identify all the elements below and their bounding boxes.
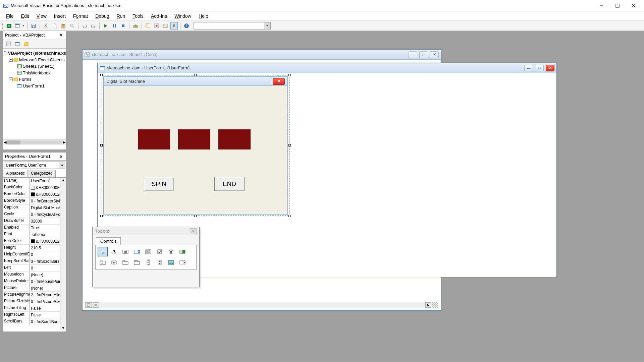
end-button[interactable]: END [214, 177, 245, 191]
property-row[interactable]: CaptionDigital Slot Machine [3, 204, 66, 211]
property-row[interactable]: DrawBuffer32000 [3, 218, 66, 225]
select-objects-tool-icon[interactable] [98, 247, 108, 256]
userform[interactable]: Digital Slot Machine ✕ SPIN END [103, 76, 288, 215]
menu-file[interactable]: File [3, 13, 17, 19]
slot-reel-3[interactable] [218, 129, 251, 149]
form-window-titlebar[interactable]: slotmachine.xlsm - UserForm1 (UserForm) … [98, 63, 556, 73]
textbox-tool-icon[interactable]: ab [120, 247, 130, 256]
save-icon[interactable] [30, 22, 37, 29]
property-row[interactable]: EnabledTrue [3, 225, 66, 231]
tree-project-root[interactable]: VBAProject (slotmachine.xlsm) [8, 50, 66, 57]
property-row[interactable]: HelpContextID0 [3, 251, 66, 258]
property-row[interactable]: (Name)UserForm1 [3, 178, 66, 184]
code-window-hscroll[interactable]: ▶ [85, 302, 438, 308]
toolbox-window[interactable]: Toolbox × Controls A ab xy ab [92, 227, 200, 287]
tree-userform1[interactable]: UserForm1 [23, 83, 45, 89]
dropdown-arrow-icon[interactable]: ▼ [22, 24, 25, 27]
optionbutton-tool-icon[interactable] [166, 247, 176, 256]
window-close-button[interactable] [626, 1, 641, 11]
menu-addins[interactable]: Add-Ins [148, 13, 170, 19]
properties-tab-alphabetic[interactable]: Alphabetic [3, 170, 28, 177]
tabstrip-tool-icon[interactable] [120, 258, 130, 267]
toolbox-icon[interactable] [170, 22, 178, 29]
properties-window-icon[interactable] [153, 22, 160, 29]
property-row[interactable]: Cycle0 - fmCycleAllForms [3, 211, 66, 218]
project-explorer-icon[interactable] [144, 22, 152, 29]
window-minimize-button[interactable] [594, 1, 609, 11]
property-row[interactable]: BackColor&H8000000F&▾ [3, 184, 66, 191]
frame-tool-icon[interactable]: xy [98, 258, 108, 267]
insert-userform-icon[interactable] [14, 22, 21, 29]
menu-view[interactable]: View [33, 13, 50, 19]
run-icon[interactable] [102, 22, 109, 29]
tree-excel-objects[interactable]: Microsoft Excel Objects [19, 57, 65, 63]
paste-icon[interactable] [60, 22, 67, 29]
slot-reel-1[interactable] [138, 129, 170, 149]
view-excel-icon[interactable]: X [5, 22, 13, 29]
menu-edit[interactable]: Edit [18, 13, 33, 19]
properties-grid[interactable]: ▲▼ (Name)UserForm1BackColor&H8000000F&▾B… [3, 177, 66, 330]
menu-window[interactable]: Window [171, 13, 195, 19]
find-icon[interactable] [68, 22, 76, 29]
properties-panel-close-icon[interactable]: × [58, 154, 64, 159]
project-hscroll[interactable]: ◀▶ [3, 139, 66, 145]
multipage-tool-icon[interactable] [132, 258, 142, 267]
code-window-maximize[interactable]: □ [419, 51, 428, 58]
tree-thisworkbook[interactable]: ThisWorkbook [23, 70, 51, 76]
undo-icon[interactable] [81, 22, 88, 29]
form-window-close[interactable]: ✕ [546, 65, 554, 71]
property-row[interactable]: PictureAlignment2 - fmPictureAlignmentCe… [3, 292, 66, 298]
menu-debug[interactable]: Debug [92, 13, 112, 19]
toolbox-titlebar[interactable]: Toolbox × [93, 227, 199, 235]
designer-surface[interactable]: Digital Slot Machine ✕ SPIN END [102, 75, 289, 216]
toggle-folders-icon[interactable] [22, 40, 30, 48]
property-row[interactable]: ScrollBars0 - fmScrollBarsNone [3, 318, 66, 325]
property-row[interactable]: Height210.5 [3, 245, 66, 251]
toolbox-close-icon[interactable]: × [190, 228, 197, 234]
userform-client[interactable]: SPIN END [104, 86, 287, 213]
properties-object-selector[interactable]: UserForm1 UserForm ▾ [4, 162, 65, 169]
property-row[interactable]: PictureSizeMode0 - fmPictureSizeModeClip [3, 298, 66, 305]
property-row[interactable]: Picture(None) [3, 285, 66, 292]
toolbar-grip[interactable] [2, 23, 4, 29]
object-browser-icon[interactable] [162, 22, 169, 29]
image-tool-icon[interactable] [166, 258, 176, 267]
window-maximize-button[interactable] [610, 1, 625, 11]
form-window-maximize[interactable]: □ [535, 65, 544, 71]
tree-sheet1[interactable]: Sheet1 (Sheet1) [23, 63, 55, 70]
menu-help[interactable]: Help [195, 13, 212, 19]
code-window-titlebar[interactable]: slotmachine.xlsm - Sheet1 (Code) — □ ✕ [83, 50, 441, 60]
project-panel-close-icon[interactable]: × [58, 33, 64, 38]
property-row[interactable]: MousePointer0 - fmMousePointerDefault [3, 278, 66, 285]
togglebutton-tool-icon[interactable] [177, 247, 187, 256]
combobox-tool-icon[interactable] [132, 247, 142, 256]
procedure-combo[interactable] [194, 22, 271, 29]
help-icon[interactable]: ? [183, 22, 190, 29]
scroll-right-icon[interactable]: ▶ [425, 302, 431, 308]
property-row[interactable]: RightToLeftFalse [3, 312, 66, 318]
toolbox-tab-controls[interactable]: Controls [96, 237, 121, 245]
tree-forms-folder[interactable]: Forms [19, 76, 32, 83]
properties-vscroll[interactable]: ▲▼ [60, 178, 66, 330]
reset-icon[interactable] [119, 22, 127, 29]
spinbutton-tool-icon[interactable] [155, 258, 165, 267]
resize-grip-icon[interactable] [432, 302, 438, 308]
property-row[interactable]: BorderStyle0 - fmBorderStyleNone [3, 198, 66, 204]
view-object-icon[interactable] [14, 40, 21, 48]
code-window-close[interactable]: ✕ [430, 51, 439, 58]
checkbox-tool-icon[interactable] [155, 247, 165, 256]
form-window-minimize[interactable]: — [524, 65, 533, 71]
property-row[interactable]: PictureTilingFalse [3, 305, 66, 312]
userform-close-button[interactable]: ✕ [273, 78, 285, 85]
code-window-minimize[interactable]: — [409, 51, 417, 58]
listbox-tool-icon[interactable] [143, 247, 153, 256]
slot-reel-2[interactable] [178, 129, 210, 149]
refedit-tool-icon[interactable] [177, 258, 187, 267]
property-row[interactable]: ForeColor&H80000012& [3, 238, 66, 245]
menu-tools[interactable]: Tools [129, 13, 147, 19]
view-code-icon[interactable] [5, 40, 12, 48]
dropdown-arrow-icon[interactable]: ▾ [59, 162, 65, 169]
menu-insert[interactable]: Insert [51, 13, 69, 19]
property-row[interactable]: KeepScrollBarsVisible3 - fmScrollBarsBot… [3, 258, 66, 265]
commandbutton-tool-icon[interactable]: ab [109, 258, 119, 267]
